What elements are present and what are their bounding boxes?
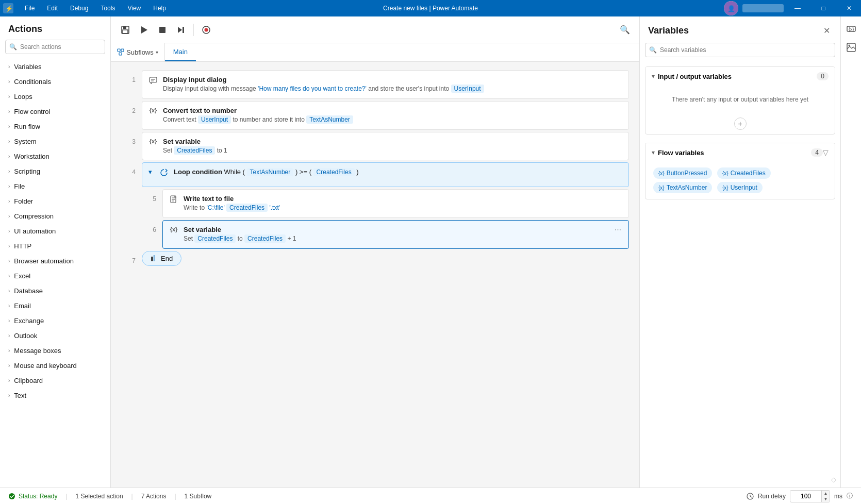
action-item-message-boxes[interactable]: ›Message boxes [0,343,110,358]
action-item-email[interactable]: ›Email [0,298,110,313]
svg-rect-27 [154,255,155,261]
run-delay-input[interactable] [790,491,821,501]
menu-file[interactable]: File [19,0,41,16]
dialog-icon [148,76,158,86]
subflows-button[interactable]: Subflows ▾ [111,43,165,61]
svg-line-35 [750,496,752,497]
action-item-flow-control[interactable]: ›Flow control [0,104,110,119]
svg-point-31 [848,45,850,46]
titlebar-controls: 👤 — □ ✕ [724,0,861,16]
var-chip-userinput[interactable]: {x} UserInput [717,182,763,193]
action-item-http[interactable]: ›HTTP [0,239,110,254]
status-sep-1: | [65,493,67,500]
step-card-1[interactable]: Display input dialog Display input dialo… [142,70,629,99]
run-delay-label: Run delay [758,493,786,500]
svg-marker-9 [178,27,182,33]
info-icon[interactable]: ⓘ [847,492,853,500]
right-sidebar: {x} [840,16,861,488]
step-card-4[interactable]: ▾ Loop condition While ( TextAsNumber ) … [142,162,629,187]
status-ready: Status: Ready [8,493,57,500]
flow-variables-section: ▾ Flow variables 4 ▽ {x} ButtonPressed {… [645,143,835,199]
step-card-5[interactable]: Write text to file Write to 'C:\file' Cr… [162,189,629,218]
variables-spacer [640,204,840,472]
step-content-4: Loop condition While ( TextAsNumber ) >=… [174,168,622,176]
variables-title: Variables [648,25,689,36]
var-chip-createdfiles[interactable]: {x} CreatedFiles [717,167,771,179]
flow-vars-list: {x} ButtonPressed {x} CreatedFiles {x} T… [645,162,835,199]
var-chip-textasnumber[interactable]: {x} TextAsNumber [653,182,712,193]
subflow-count: 1 Subflow [185,493,212,500]
run-button[interactable] [136,22,152,38]
step-content-5: Write text to file Write to 'C:\file' Cr… [184,195,622,212]
var-chip-buttonpressed[interactable]: {x} ButtonPressed [653,167,712,179]
step-content-3: Set variable Set CreatedFiles to 1 [163,138,622,155]
minimize-button[interactable]: — [786,0,809,16]
svg-rect-10 [183,27,184,33]
flow-step-7: 7 End [121,251,629,266]
variables-icon-btn[interactable]: {x} [843,21,859,37]
record-button[interactable] [198,22,214,38]
action-item-run-flow[interactable]: ›Run flow [0,119,110,134]
menu-help[interactable]: Help [147,0,172,16]
svg-rect-14 [121,49,124,52]
action-item-outlook[interactable]: ›Outlook [0,328,110,343]
end-badge[interactable]: End [142,251,181,266]
menu-debug[interactable]: Debug [64,0,94,16]
actions-list: ›Variables ›Conditionals ›Loops ›Flow co… [0,59,110,488]
action-item-workstation[interactable]: ›Workstation [0,149,110,164]
search-button[interactable]: 🔍 [617,22,633,38]
step-number-5: 5 [142,189,162,203]
action-item-text[interactable]: ›Text [0,388,110,403]
step-desc-3: Set CreatedFiles to 1 [163,146,622,155]
svg-rect-13 [118,49,120,52]
close-button[interactable]: ✕ [837,0,861,16]
step-title-4: Loop condition While ( TextAsNumber ) >=… [174,168,622,176]
step-card-6[interactable]: {x} Set variable Set CreatedFiles to Cre… [162,220,629,249]
action-item-file[interactable]: ›File [0,179,110,194]
action-item-clipboard[interactable]: ›Clipboard [0,373,110,388]
step-card-2[interactable]: {x} Convert text to number Convert text … [142,101,629,130]
variables-close-button[interactable]: ✕ [821,24,832,38]
input-output-section-header[interactable]: ▾ Input / output variables 0 [645,67,835,86]
io-add-container: + [650,117,831,130]
tab-main[interactable]: Main [165,43,196,61]
flow-vars-filter-icon[interactable]: ▽ [823,148,829,157]
step-number-3: 3 [121,132,142,145]
action-item-database[interactable]: ›Database [0,283,110,298]
flow-vars-section-header[interactable]: ▾ Flow variables 4 ▽ [645,143,835,162]
user-avatar[interactable]: 👤 [724,1,738,15]
search-actions-icon: 🔍 [9,43,17,51]
action-item-mouse-keyboard[interactable]: ›Mouse and keyboard [0,358,110,373]
step-number-1: 1 [121,70,142,83]
step-card-3[interactable]: {x} Set variable Set CreatedFiles to 1 [142,132,629,161]
delay-spin-down[interactable]: ▼ [821,496,830,502]
stop-button[interactable] [154,22,171,38]
search-actions-input[interactable] [5,40,105,54]
search-variables-input[interactable] [645,43,835,57]
action-item-ui-automation[interactable]: ›UI automation [0,224,110,239]
action-item-compression[interactable]: ›Compression [0,209,110,224]
menu-tools[interactable]: Tools [94,0,121,16]
selected-action-count: 1 Selected action [76,493,123,500]
action-item-excel[interactable]: ›Excel [0,268,110,283]
action-item-browser-automation[interactable]: ›Browser automation [0,254,110,268]
loop-chevron[interactable]: ▾ [148,168,152,176]
maximize-button[interactable]: □ [812,0,835,16]
action-item-conditionals[interactable]: ›Conditionals [0,74,110,89]
menu-edit[interactable]: Edit [41,0,64,16]
io-add-button[interactable]: + [734,117,747,130]
images-icon-btn[interactable] [843,39,859,56]
action-item-system[interactable]: ›System [0,134,110,149]
action-item-exchange[interactable]: ›Exchange [0,313,110,328]
action-item-folder[interactable]: ›Folder [0,194,110,209]
action-item-variables[interactable]: ›Variables [0,59,110,74]
step-button[interactable] [173,22,189,38]
delay-spin-up[interactable]: ▲ [821,491,830,496]
flow-step-3: 3 {x} Set variable Set CreatedFiles to 1 [121,132,629,161]
action-item-loops[interactable]: ›Loops [0,89,110,104]
save-button[interactable] [117,22,134,38]
io-section-title: Input / output variables [658,73,813,80]
step-more-button[interactable]: ⋯ [611,225,624,234]
menu-view[interactable]: View [121,0,147,16]
action-item-scripting[interactable]: ›Scripting [0,164,110,179]
